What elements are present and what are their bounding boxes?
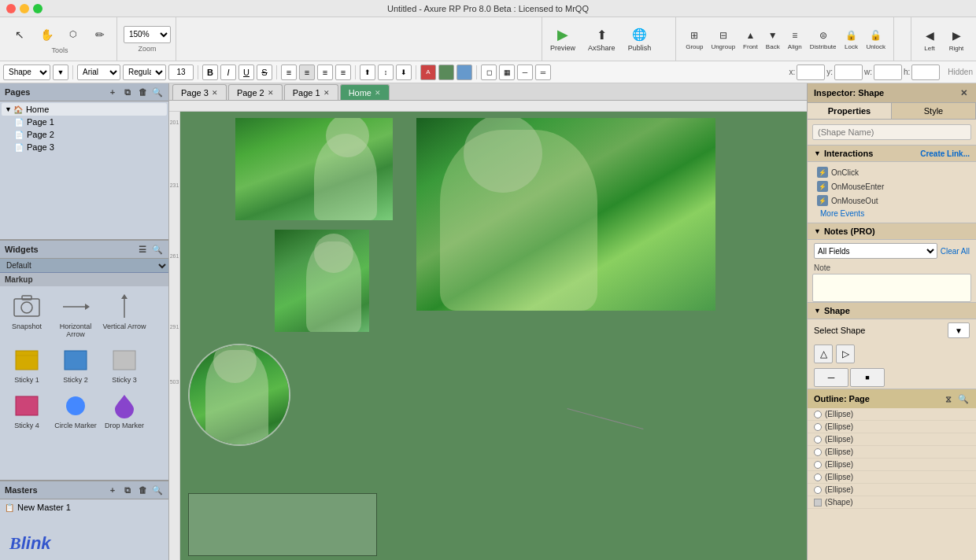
masters-del-btn[interactable]: 🗑 (136, 484, 149, 496)
h-input[interactable]: 40 (911, 64, 940, 80)
tab-home-close[interactable]: ✕ (375, 89, 381, 97)
onclick-item[interactable]: ⚡ OnClick (814, 165, 970, 179)
underline-btn[interactable]: U (238, 64, 254, 80)
canvas-image-3[interactable] (275, 230, 369, 332)
outline-item-4[interactable]: (Ellipse) (808, 459, 976, 471)
front-btn[interactable]: ▲ Front (740, 27, 761, 52)
shadow-btn[interactable]: ▦ (499, 64, 515, 80)
widget-h-arrow[interactable]: Horizontal Arrow (52, 289, 99, 341)
more-events-btn[interactable]: More Events (814, 208, 970, 219)
widgets-search-btn[interactable]: 🔍 (151, 243, 164, 256)
tab-page3-close[interactable]: ✕ (212, 89, 218, 97)
tool-btn-2[interactable]: ✋ (35, 24, 58, 45)
page-item-page2[interactable]: 📄 Page 2 (2, 128, 167, 141)
canvas-image-4[interactable] (188, 344, 290, 446)
shape-select-dropdown[interactable]: ▼ (948, 322, 970, 338)
ungroup-btn[interactable]: ⊟ Ungroup (708, 27, 738, 52)
note-textarea[interactable] (812, 274, 971, 302)
left-nav-btn[interactable]: ◀ Left (918, 25, 941, 53)
border-color-swatch[interactable] (457, 64, 472, 80)
widget-v-arrow[interactable]: Vertical Arrow (101, 289, 148, 341)
shape-icon-extra1[interactable]: ─ (814, 368, 848, 387)
widgets-dropdown[interactable]: Default (0, 259, 168, 273)
italic-btn[interactable]: I (220, 64, 236, 80)
y-input[interactable]: 640 (834, 64, 863, 80)
align-btn[interactable]: ≡ Align (785, 27, 805, 52)
align-center-btn[interactable]: ≡ (299, 64, 315, 80)
tool-btn-4[interactable]: ✏ (88, 24, 112, 45)
valign-mid-btn[interactable]: ↕ (378, 64, 394, 80)
canvas-image-5[interactable] (188, 493, 377, 556)
back-btn[interactable]: ▼ Back (763, 27, 783, 52)
outline-item-3[interactable]: (Ellipse) (808, 446, 976, 459)
text-color-swatch[interactable]: A (420, 64, 436, 80)
outline-item-1[interactable]: (Ellipse) (808, 421, 976, 433)
masters-search-btn[interactable]: 🔍 (151, 484, 164, 496)
axshare-btn[interactable]: ⬆ AxShare (585, 24, 619, 53)
page-item-page1[interactable]: 📄 Page 1 (2, 116, 167, 128)
outline-item-2[interactable]: (Ellipse) (808, 433, 976, 446)
pages-dup-btn[interactable]: ⧉ (121, 86, 134, 98)
clear-all-btn[interactable]: Clear All (941, 247, 970, 256)
tool-btn-1[interactable]: ↖ (8, 24, 31, 45)
tab-page2-close[interactable]: ✕ (268, 89, 274, 97)
create-link-btn[interactable]: Create Link... (920, 149, 970, 158)
shape-section-header[interactable]: ▼ Shape (808, 302, 976, 319)
group-btn[interactable]: ⊞ Group (682, 27, 706, 52)
align-right-btn[interactable]: ≡ (317, 64, 333, 80)
widget-snapshot[interactable]: Snapshot (3, 289, 50, 341)
shape-name-input[interactable] (812, 124, 971, 140)
outline-item-7[interactable]: (Shape) (808, 496, 976, 509)
widget-sticky2[interactable]: Sticky 2 (52, 343, 99, 387)
tab-style[interactable]: Style (892, 103, 976, 119)
tab-home[interactable]: Home ✕ (340, 84, 390, 100)
outline-item-6[interactable]: (Ellipse) (808, 484, 976, 496)
align-justify-btn[interactable]: ≡ (335, 64, 351, 80)
shape-icon-triangle[interactable]: △ (814, 344, 833, 363)
fill-color-swatch[interactable] (438, 64, 454, 80)
publish-btn[interactable]: 🌐 Publish (625, 24, 655, 53)
canvas[interactable] (180, 112, 807, 560)
distribute-btn[interactable]: ⊜ Distribute (807, 27, 840, 52)
masters-dup-btn[interactable]: ⧉ (121, 484, 134, 496)
notes-fields-select[interactable]: All Fields (814, 243, 937, 259)
unlock-btn[interactable]: 🔓 Unlock (863, 27, 889, 52)
canvas-image-1[interactable] (235, 118, 393, 220)
x-input[interactable]: 970 (797, 64, 825, 80)
close-button[interactable] (6, 4, 16, 13)
widget-sticky1[interactable]: Sticky 1 (3, 343, 50, 387)
page-item-home[interactable]: ▼ 🏠 Home (2, 103, 167, 116)
outline-search-btn[interactable]: 🔍 (957, 392, 970, 405)
lock-btn[interactable]: 🔒 Lock (841, 27, 862, 52)
right-nav-btn[interactable]: ▶ Right (945, 25, 968, 53)
notes-section-header[interactable]: ▼ Notes (PRO) (808, 223, 976, 240)
pages-search-btn[interactable]: 🔍 (151, 86, 164, 98)
widget-sticky3[interactable]: Sticky 3 (101, 343, 148, 387)
shape-icon-arrow[interactable]: ▷ (836, 344, 855, 363)
font-style-select[interactable]: Regular (123, 64, 166, 80)
maximize-button[interactable] (33, 4, 43, 13)
tab-page1[interactable]: Page 1 ✕ (284, 84, 338, 100)
pages-del-btn[interactable]: 🗑 (136, 86, 149, 98)
preview-btn[interactable]: ▶ Preview (547, 24, 579, 53)
onmouseout-item[interactable]: ⚡ OnMouseOut (814, 193, 970, 208)
border-width-btn[interactable]: ═ (535, 64, 551, 80)
inspector-close-btn[interactable]: ✕ (957, 87, 970, 99)
tab-properties[interactable]: Properties (808, 103, 892, 119)
masters-add-btn[interactable]: + (106, 484, 119, 496)
w-input[interactable]: 68 (874, 64, 902, 80)
onmouseenter-item[interactable]: ⚡ OnMouseEnter (814, 179, 970, 193)
master-item-1[interactable]: 📋 New Master 1 (2, 501, 167, 514)
shape-type-select[interactable]: Shape (3, 64, 50, 80)
tab-page2[interactable]: Page 2 ✕ (228, 84, 283, 100)
tool-btn-3[interactable]: ⬡ (61, 24, 85, 45)
border-style-btn[interactable]: ─ (517, 64, 533, 80)
pages-add-btn[interactable]: + (106, 86, 119, 98)
outline-item-0[interactable]: (Ellipse) (808, 408, 976, 421)
strike-btn[interactable]: S (257, 64, 272, 80)
zoom-select[interactable]: 150% 100% 75% (124, 26, 171, 43)
widget-drop-marker[interactable]: Drop Marker (101, 389, 148, 433)
outline-item-5[interactable]: (Ellipse) (808, 471, 976, 484)
style-options-btn[interactable]: ▼ (53, 64, 68, 80)
valign-top-btn[interactable]: ⬆ (360, 64, 375, 80)
